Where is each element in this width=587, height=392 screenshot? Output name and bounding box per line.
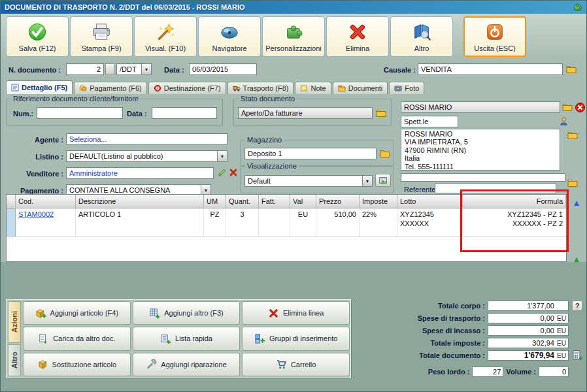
tab-trasporto[interactable]: Trasporto (F8) [227, 82, 294, 94]
carrello-button[interactable]: Carrello [242, 353, 350, 376]
grid-header-formula[interactable]: Formula [463, 195, 566, 208]
carica-da-altro-doc-button[interactable]: Carica da altro doc. [23, 327, 131, 350]
totale-documento-field[interactable]: 1'679,94 EU [488, 350, 569, 361]
table-row[interactable]: STAM0002 ARTICOLO 1 PZ 3 EU 510,00 22% X… [7, 208, 566, 237]
tab-note[interactable]: Note [295, 82, 331, 94]
listino-dropdown[interactable]: DEFAULT(Listino al pubblico) ▼ [66, 150, 227, 162]
salva-button[interactable]: Salva (F12) [6, 16, 69, 57]
peso-lordo-label: Peso lordo : [428, 368, 470, 376]
peso-volume-row: Peso lordo : 27 Volume : 0 [354, 367, 584, 377]
n-documento-field[interactable]: 2 [66, 63, 104, 75]
agente-field[interactable]: Seleziona... [66, 133, 227, 145]
magazzino-folder-button[interactable] [379, 148, 391, 159]
grid-header-fatt[interactable]: Fatt. [259, 195, 290, 208]
spese-incasso-field[interactable]: 0,00 EU [488, 325, 569, 336]
causale-folder-button[interactable] [565, 64, 577, 74]
personalizzazioni-button[interactable]: Personalizzazioni [262, 16, 325, 57]
coins-icon [79, 84, 87, 92]
grid-header-lotto[interactable]: Lotto [397, 195, 463, 208]
aggiungi-articolo-button[interactable]: Aggiungi articolo (F4) [23, 301, 131, 325]
rif-data-field[interactable] [152, 107, 217, 119]
customer-extra-field[interactable] [401, 173, 565, 182]
venditore-clear-button[interactable] [227, 167, 239, 178]
lotto-line: XXXXXX [400, 219, 460, 228]
actions-tab-azioni[interactable]: Azioni [8, 301, 21, 343]
uscita-button[interactable]: Uscita (ESC) [463, 16, 526, 57]
tab-documenti[interactable]: Documenti [333, 82, 388, 94]
volume-value: 0 [541, 368, 566, 376]
spese-trasporto-field[interactable]: 0,00 EU [488, 313, 569, 323]
grid-header-val[interactable]: Val [290, 195, 316, 208]
visual-button[interactable]: Visual. (F10) [134, 16, 197, 57]
address-folder-button[interactable] [567, 130, 579, 140]
visualizzazione-dropdown[interactable]: Default ▼ [244, 175, 373, 187]
calculator-button[interactable] [571, 350, 584, 361]
calculator-icon [571, 350, 583, 361]
magazzino-field[interactable]: Deposito 1 [244, 148, 377, 159]
help-button[interactable]: ? [572, 301, 582, 311]
tab-label: Documenti [348, 84, 383, 92]
action-button-label: Elimina linea [283, 309, 324, 317]
actions-tab-altro[interactable]: Altro [8, 344, 21, 376]
spese-incasso-label: Spese di incasso : [422, 327, 485, 335]
stato-folder-button[interactable] [375, 108, 387, 118]
cliente-folder-button[interactable] [562, 102, 573, 112]
stampa-button[interactable]: Stampa (F9) [70, 16, 133, 57]
grid-header-prezzo[interactable]: Prezzo [316, 195, 360, 208]
venditore-field[interactable]: Amministratore [66, 167, 214, 179]
data-field[interactable]: 06/03/2015 [189, 63, 257, 75]
tab-pagamento[interactable]: Pagamento (F6) [74, 82, 146, 94]
gruppi-di-inserimento-button[interactable]: Gruppi di inserimento [242, 327, 350, 350]
volume-field[interactable]: 0 [539, 367, 569, 377]
tab-foto[interactable]: Foto [389, 82, 424, 94]
stato-documento-field: Aperto/Da fatturare [238, 107, 373, 119]
tab-dettaglio[interactable]: Dettaglio (F5) [6, 80, 73, 94]
rif-num-field[interactable] [37, 107, 123, 119]
group-plus-icon [254, 333, 265, 344]
row-selector[interactable] [7, 208, 16, 237]
green-check-icon [27, 21, 47, 43]
sostituzione-articolo-button[interactable]: Sostituzione articolo [23, 353, 131, 376]
referente-field[interactable] [435, 183, 556, 193]
pagamento-value: CONTANTE ALLA CONSEGNA [69, 186, 170, 194]
navigatore-button[interactable]: Navigatore [198, 16, 261, 57]
small-red-x-icon [229, 169, 237, 176]
peso-lordo-field[interactable]: 27 [472, 367, 503, 377]
altro-button[interactable]: Altro [390, 16, 453, 57]
visualizzazione-groupbox: Visualizzazione Default ▼ [240, 166, 394, 193]
grid-header-cod[interactable]: Cod. [16, 195, 76, 208]
doc-type-value: /DDT [120, 65, 137, 73]
grid-header-imposte[interactable]: Imposte [360, 195, 397, 208]
aggiungi-altro-button[interactable]: Aggiungi altro (F3) [133, 301, 241, 325]
document-arrow-icon [38, 333, 49, 344]
venditore-edit-button[interactable] [216, 167, 228, 178]
grid-header-quant[interactable]: Quant. [226, 195, 259, 208]
cliente-address-box[interactable]: ROSSI MARIO VIA IMPIETRATA, 5 47900 RIMI… [401, 129, 560, 171]
camera-icon [394, 84, 402, 92]
tab-destinazione[interactable]: Destinazione (F7) [148, 82, 226, 94]
lista-rapida-button[interactable]: Lista rapida [133, 327, 241, 350]
grid-plus-icon [149, 308, 160, 319]
aggiungi-riparazione-button[interactable]: Aggiungi riparazione [133, 353, 241, 376]
grid-header-descrizione[interactable]: Descrizione [76, 195, 204, 208]
venditore-value: Amministratore [69, 169, 118, 177]
referente-folder-button[interactable] [567, 178, 579, 188]
totale-imposte-field[interactable]: 302,94 EU [488, 338, 569, 348]
cliente-remove-button[interactable] [574, 102, 586, 112]
visualizzazione-layout-button[interactable] [375, 174, 391, 187]
contact-person-button[interactable] [558, 116, 569, 126]
causale-field[interactable]: VENDITA [418, 63, 563, 75]
riferimento-groupbox: Riferimento documento cliente/fornitore … [6, 99, 223, 126]
elimina-button[interactable]: Elimina [326, 16, 389, 57]
titlebar-puzzle-icon[interactable] [573, 3, 582, 12]
salutation-field[interactable]: Spett.le [401, 116, 458, 127]
article-code-link[interactable]: STAM0002 [18, 210, 54, 218]
n-documento-spin-button[interactable] [105, 63, 114, 75]
elimina-linea-button[interactable]: Elimina linea [242, 301, 350, 325]
totale-corpo-field[interactable]: 1'377,00 [488, 301, 569, 311]
grid-header-um[interactable]: UM [204, 195, 226, 208]
scroll-top-button[interactable]: ▲ [571, 197, 582, 208]
cell-imposte: 22% [360, 208, 397, 237]
tab-label: Destinazione (F7) [164, 84, 221, 92]
doc-type-dropdown[interactable]: /DDT ▼ [116, 63, 152, 75]
